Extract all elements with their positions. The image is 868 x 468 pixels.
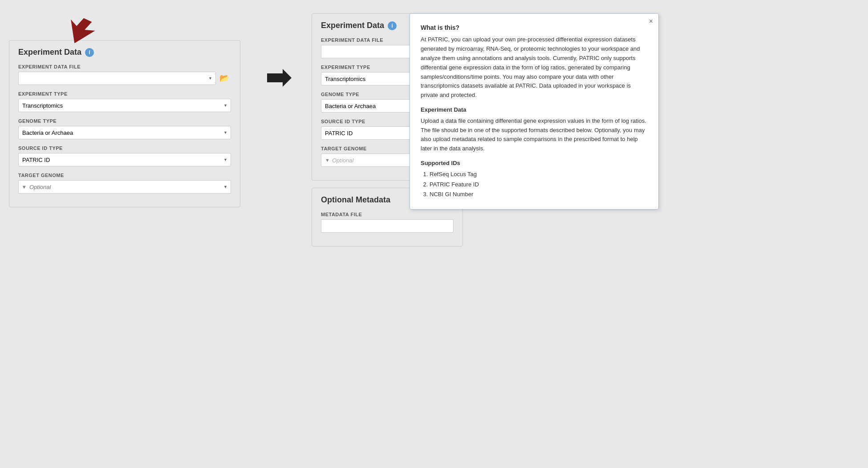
file-input-row: 📂	[18, 72, 231, 85]
experiment-data-file-group: EXPERIMENT DATA FILE 📂	[18, 64, 231, 85]
source-id-type-select[interactable]: PATRIC ID RefSeq Locus Tag NCBI GI Numbe…	[18, 153, 231, 166]
experiment-type-group: EXPERIMENT TYPE Transcriptomics Proteomi…	[18, 91, 231, 112]
info-icon-right[interactable]: i	[388, 21, 397, 30]
svg-marker-0	[62, 16, 98, 47]
right-panel-title-text: Experiment Data	[321, 21, 384, 30]
info-icon-left[interactable]: i	[85, 48, 94, 57]
list-item: RefSeq Locus Tag	[430, 170, 648, 179]
experiment-type-label: EXPERIMENT TYPE	[18, 91, 231, 97]
browse-button[interactable]: 📂	[218, 73, 231, 84]
left-experiment-panel: Experiment Data i EXPERIMENT DATA FILE 📂…	[9, 40, 240, 207]
experiment-type-select[interactable]: Transcriptomics Proteomics RNA-Seq	[18, 99, 231, 112]
metadata-file-label: METADATA FILE	[321, 212, 454, 217]
tooltip-heading: What is this?	[421, 23, 648, 32]
left-section: Experiment Data i EXPERIMENT DATA FILE 📂…	[9, 40, 240, 207]
genome-type-label: GENOME TYPE	[18, 118, 231, 124]
left-panel-title-text: Experiment Data	[18, 48, 81, 57]
tooltip-paragraph1: At PATRIC, you can upload your own pre-p…	[421, 35, 648, 100]
source-id-type-label: SOURCE ID TYPE	[18, 145, 231, 151]
svg-marker-1	[267, 69, 292, 87]
genome-type-select[interactable]: Bacteria or Archaea Eukaryotes	[18, 126, 231, 139]
experiment-data-file-input[interactable]	[18, 72, 216, 85]
target-genome-input[interactable]	[18, 180, 231, 194]
arrow-between	[267, 67, 294, 89]
list-item: NCBI GI Number	[430, 190, 648, 199]
experiment-data-file-label: EXPERIMENT DATA FILE	[18, 64, 231, 69]
left-panel-title: Experiment Data i	[18, 48, 231, 57]
target-genome-filter-wrapper: ▼ ▼	[18, 180, 231, 194]
source-id-type-group: SOURCE ID TYPE PATRIC ID RefSeq Locus Ta…	[18, 145, 231, 166]
metadata-file-group: METADATA FILE	[321, 212, 454, 233]
right-section: Experiment Data i EXPERIMENT DATA FILE E…	[312, 13, 859, 246]
tooltip-popup: × What is this? At PATRIC, you can uploa…	[410, 13, 659, 210]
list-item: PATRIC Feature ID	[430, 180, 648, 190]
metadata-file-input[interactable]	[321, 219, 454, 233]
tooltip-close-button[interactable]: ×	[649, 17, 653, 25]
tooltip-section1-title: Experiment Data	[421, 105, 648, 115]
target-genome-group: TARGET GENOME ▼ ▼	[18, 173, 231, 194]
tooltip-content: What is this? At PATRIC, you can upload …	[421, 23, 648, 199]
tooltip-paragraph2: Upload a data file containing differenti…	[421, 117, 648, 153]
genome-type-group: GENOME TYPE Bacteria or Archaea Eukaryot…	[18, 118, 231, 139]
tooltip-section2-title: Supported IDs	[421, 159, 648, 168]
target-genome-label: TARGET GENOME	[18, 173, 231, 178]
tooltip-supported-ids-list: RefSeq Locus Tag PATRIC Feature ID NCBI …	[430, 170, 648, 199]
